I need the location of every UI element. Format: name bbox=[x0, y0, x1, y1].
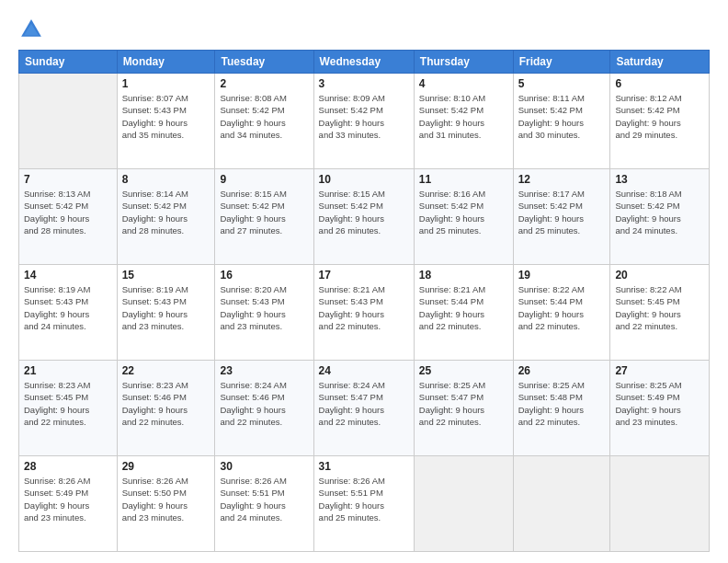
calendar-cell: 14Sunrise: 8:19 AM Sunset: 5:43 PM Dayli… bbox=[19, 265, 118, 361]
cell-info: Sunrise: 8:18 AM Sunset: 5:42 PM Dayligh… bbox=[615, 188, 704, 236]
calendar-cell: 2Sunrise: 8:08 AM Sunset: 5:42 PM Daylig… bbox=[215, 74, 313, 169]
calendar-cell: 7Sunrise: 8:13 AM Sunset: 5:42 PM Daylig… bbox=[19, 169, 118, 265]
cell-info: Sunrise: 8:26 AM Sunset: 5:51 PM Dayligh… bbox=[319, 475, 409, 523]
cell-info: Sunrise: 8:25 AM Sunset: 5:47 PM Dayligh… bbox=[419, 379, 508, 428]
cell-info: Sunrise: 8:24 AM Sunset: 5:46 PM Dayligh… bbox=[220, 379, 308, 428]
day-number: 4 bbox=[419, 77, 508, 90]
calendar-cell: 29Sunrise: 8:26 AM Sunset: 5:50 PM Dayli… bbox=[117, 456, 215, 552]
cell-info: Sunrise: 8:24 AM Sunset: 5:47 PM Dayligh… bbox=[319, 379, 409, 428]
cell-info: Sunrise: 8:08 AM Sunset: 5:42 PM Dayligh… bbox=[220, 92, 308, 141]
cell-info: Sunrise: 8:22 AM Sunset: 5:44 PM Dayligh… bbox=[518, 283, 606, 332]
calendar-cell: 16Sunrise: 8:20 AM Sunset: 5:43 PM Dayli… bbox=[215, 265, 313, 361]
calendar-cell: 30Sunrise: 8:26 AM Sunset: 5:51 PM Dayli… bbox=[215, 456, 313, 552]
cell-info: Sunrise: 8:25 AM Sunset: 5:49 PM Dayligh… bbox=[615, 379, 704, 428]
calendar-cell: 25Sunrise: 8:25 AM Sunset: 5:47 PM Dayli… bbox=[414, 361, 513, 456]
day-number: 26 bbox=[518, 364, 606, 377]
day-number: 11 bbox=[419, 173, 508, 186]
weekday-header-tuesday: Tuesday bbox=[215, 51, 313, 74]
calendar-week-row: 1Sunrise: 8:07 AM Sunset: 5:43 PM Daylig… bbox=[19, 74, 710, 169]
weekday-header-monday: Monday bbox=[117, 51, 215, 74]
day-number: 16 bbox=[220, 269, 308, 282]
cell-info: Sunrise: 8:13 AM Sunset: 5:42 PM Dayligh… bbox=[24, 188, 112, 236]
calendar-cell: 12Sunrise: 8:17 AM Sunset: 5:42 PM Dayli… bbox=[513, 169, 610, 265]
calendar-cell: 20Sunrise: 8:22 AM Sunset: 5:45 PM Dayli… bbox=[610, 265, 710, 361]
calendar-table: SundayMondayTuesdayWednesdayThursdayFrid… bbox=[18, 50, 710, 552]
weekday-header-saturday: Saturday bbox=[610, 51, 710, 74]
cell-info: Sunrise: 8:26 AM Sunset: 5:51 PM Dayligh… bbox=[220, 475, 308, 523]
weekday-header-friday: Friday bbox=[513, 51, 610, 74]
day-number: 9 bbox=[220, 173, 308, 186]
day-number: 29 bbox=[122, 460, 210, 473]
day-number: 15 bbox=[122, 269, 210, 282]
calendar-cell: 21Sunrise: 8:23 AM Sunset: 5:45 PM Dayli… bbox=[19, 361, 118, 456]
calendar-cell: 19Sunrise: 8:22 AM Sunset: 5:44 PM Dayli… bbox=[513, 265, 610, 361]
calendar-cell: 9Sunrise: 8:15 AM Sunset: 5:42 PM Daylig… bbox=[215, 169, 313, 265]
day-number: 2 bbox=[220, 77, 308, 90]
cell-info: Sunrise: 8:15 AM Sunset: 5:42 PM Dayligh… bbox=[220, 188, 308, 236]
day-number: 28 bbox=[24, 460, 112, 473]
calendar-cell: 18Sunrise: 8:21 AM Sunset: 5:44 PM Dayli… bbox=[414, 265, 513, 361]
calendar-cell bbox=[414, 456, 513, 552]
day-number: 14 bbox=[24, 269, 112, 282]
cell-info: Sunrise: 8:21 AM Sunset: 5:44 PM Dayligh… bbox=[419, 283, 508, 332]
calendar-cell: 5Sunrise: 8:11 AM Sunset: 5:42 PM Daylig… bbox=[513, 74, 610, 169]
calendar-cell: 23Sunrise: 8:24 AM Sunset: 5:46 PM Dayli… bbox=[215, 361, 313, 456]
cell-info: Sunrise: 8:20 AM Sunset: 5:43 PM Dayligh… bbox=[220, 283, 308, 332]
cell-info: Sunrise: 8:14 AM Sunset: 5:42 PM Dayligh… bbox=[122, 188, 210, 236]
calendar-week-row: 14Sunrise: 8:19 AM Sunset: 5:43 PM Dayli… bbox=[19, 265, 710, 361]
calendar-cell: 24Sunrise: 8:24 AM Sunset: 5:47 PM Dayli… bbox=[313, 361, 414, 456]
cell-info: Sunrise: 8:26 AM Sunset: 5:50 PM Dayligh… bbox=[122, 475, 210, 523]
cell-info: Sunrise: 8:25 AM Sunset: 5:48 PM Dayligh… bbox=[518, 379, 606, 428]
day-number: 10 bbox=[319, 173, 409, 186]
calendar-cell bbox=[19, 74, 118, 169]
calendar-cell: 28Sunrise: 8:26 AM Sunset: 5:49 PM Dayli… bbox=[19, 456, 118, 552]
day-number: 5 bbox=[518, 77, 606, 90]
day-number: 6 bbox=[615, 77, 704, 90]
cell-info: Sunrise: 8:16 AM Sunset: 5:42 PM Dayligh… bbox=[419, 188, 508, 236]
cell-info: Sunrise: 8:12 AM Sunset: 5:42 PM Dayligh… bbox=[615, 92, 704, 141]
cell-info: Sunrise: 8:26 AM Sunset: 5:49 PM Dayligh… bbox=[24, 475, 112, 523]
day-number: 17 bbox=[319, 269, 409, 282]
day-number: 19 bbox=[518, 269, 606, 282]
calendar-cell: 6Sunrise: 8:12 AM Sunset: 5:42 PM Daylig… bbox=[610, 74, 710, 169]
cell-info: Sunrise: 8:23 AM Sunset: 5:46 PM Dayligh… bbox=[122, 379, 210, 428]
day-number: 22 bbox=[122, 364, 210, 377]
day-number: 1 bbox=[122, 77, 210, 90]
calendar-cell: 1Sunrise: 8:07 AM Sunset: 5:43 PM Daylig… bbox=[117, 74, 215, 169]
cell-info: Sunrise: 8:22 AM Sunset: 5:45 PM Dayligh… bbox=[615, 283, 704, 332]
calendar-week-row: 28Sunrise: 8:26 AM Sunset: 5:49 PM Dayli… bbox=[19, 456, 710, 552]
day-number: 25 bbox=[419, 364, 508, 377]
day-number: 24 bbox=[319, 364, 409, 377]
header bbox=[18, 17, 710, 42]
day-number: 31 bbox=[319, 460, 409, 473]
day-number: 18 bbox=[419, 269, 508, 282]
weekday-header-thursday: Thursday bbox=[414, 51, 513, 74]
cell-info: Sunrise: 8:21 AM Sunset: 5:43 PM Dayligh… bbox=[319, 283, 409, 332]
cell-info: Sunrise: 8:19 AM Sunset: 5:43 PM Dayligh… bbox=[122, 283, 210, 332]
calendar-week-row: 7Sunrise: 8:13 AM Sunset: 5:42 PM Daylig… bbox=[19, 169, 710, 265]
calendar-cell: 4Sunrise: 8:10 AM Sunset: 5:42 PM Daylig… bbox=[414, 74, 513, 169]
logo bbox=[18, 17, 48, 42]
cell-info: Sunrise: 8:10 AM Sunset: 5:42 PM Dayligh… bbox=[419, 92, 508, 141]
cell-info: Sunrise: 8:09 AM Sunset: 5:42 PM Dayligh… bbox=[319, 92, 409, 141]
calendar-cell: 26Sunrise: 8:25 AM Sunset: 5:48 PM Dayli… bbox=[513, 361, 610, 456]
calendar-cell: 31Sunrise: 8:26 AM Sunset: 5:51 PM Dayli… bbox=[313, 456, 414, 552]
cell-info: Sunrise: 8:11 AM Sunset: 5:42 PM Dayligh… bbox=[518, 92, 606, 141]
calendar-cell: 13Sunrise: 8:18 AM Sunset: 5:42 PM Dayli… bbox=[610, 169, 710, 265]
calendar-cell: 3Sunrise: 8:09 AM Sunset: 5:42 PM Daylig… bbox=[313, 74, 414, 169]
calendar-cell: 8Sunrise: 8:14 AM Sunset: 5:42 PM Daylig… bbox=[117, 169, 215, 265]
calendar-cell: 15Sunrise: 8:19 AM Sunset: 5:43 PM Dayli… bbox=[117, 265, 215, 361]
day-number: 12 bbox=[518, 173, 606, 186]
calendar-cell: 10Sunrise: 8:15 AM Sunset: 5:42 PM Dayli… bbox=[313, 169, 414, 265]
calendar-cell bbox=[610, 456, 710, 552]
calendar-cell: 11Sunrise: 8:16 AM Sunset: 5:42 PM Dayli… bbox=[414, 169, 513, 265]
cell-info: Sunrise: 8:07 AM Sunset: 5:43 PM Dayligh… bbox=[122, 92, 210, 141]
calendar-cell: 22Sunrise: 8:23 AM Sunset: 5:46 PM Dayli… bbox=[117, 361, 215, 456]
weekday-header-sunday: Sunday bbox=[19, 51, 118, 74]
weekday-header-row: SundayMondayTuesdayWednesdayThursdayFrid… bbox=[19, 51, 710, 74]
day-number: 8 bbox=[122, 173, 210, 186]
calendar-week-row: 21Sunrise: 8:23 AM Sunset: 5:45 PM Dayli… bbox=[19, 361, 710, 456]
day-number: 7 bbox=[24, 173, 112, 186]
day-number: 3 bbox=[319, 77, 409, 90]
cell-info: Sunrise: 8:23 AM Sunset: 5:45 PM Dayligh… bbox=[24, 379, 112, 428]
